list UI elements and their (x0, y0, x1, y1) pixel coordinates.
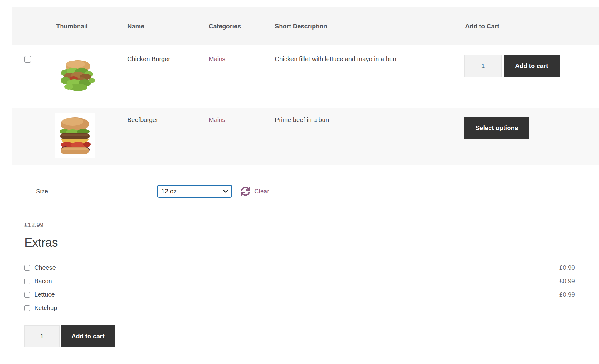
product-name: Beefburger (127, 108, 209, 165)
extra-label: Cheese (34, 264, 56, 271)
row-cart-cell: Select options (464, 108, 599, 165)
extras-list: Cheese £0.99 Bacon £0.99 Lettuce £0.99 K… (0, 261, 599, 315)
extra-option-row: Ketchup (0, 301, 599, 315)
product-description: Chicken fillet with lettuce and mayo in … (275, 45, 464, 108)
row-thumbnail-cell (44, 45, 127, 108)
product-category-cell: Mains (209, 108, 275, 165)
clear-variations-link[interactable]: Clear (241, 187, 269, 196)
refresh-icon (241, 187, 250, 196)
clear-label: Clear (254, 188, 269, 195)
variation-cart-row: Add to cart (24, 325, 599, 347)
extra-price: £0.99 (559, 291, 575, 298)
header-categories: Categories (209, 23, 275, 30)
row-thumbnail-cell (44, 108, 127, 165)
row-select-cell (12, 108, 44, 165)
extra-price: £0.99 (559, 264, 575, 271)
header-add-to-cart: Add to Cart (464, 23, 599, 30)
row-select-cell (12, 45, 44, 108)
extra-option-row: Bacon £0.99 (0, 274, 599, 288)
extra-price: £0.99 (559, 278, 575, 285)
extra-lettuce-checkbox[interactable] (24, 292, 30, 298)
extra-ketchup-checkbox[interactable] (24, 305, 30, 311)
variation-size-row: Size 12 oz Clear (0, 185, 599, 197)
extra-option-row: Cheese £0.99 (0, 261, 599, 274)
row-select-checkbox[interactable] (24, 56, 31, 63)
quantity-input[interactable] (24, 325, 60, 347)
extra-label: Lettuce (34, 291, 55, 298)
extra-cheese-checkbox[interactable] (24, 265, 30, 271)
size-label: Size (36, 188, 157, 195)
size-select[interactable]: 12 oz (157, 185, 232, 197)
product-category-cell: Mains (209, 45, 275, 108)
extra-label: Ketchup (34, 304, 57, 312)
category-link[interactable]: Mains (209, 116, 225, 123)
extras-heading: Extras (24, 236, 599, 250)
header-short-description: Short Description (275, 23, 464, 30)
chicken-burger-image[interactable] (55, 57, 99, 94)
add-to-cart-button[interactable]: Add to cart (504, 55, 560, 77)
header-name: Name (127, 23, 209, 30)
product-table: Thumbnail Name Categories Short Descript… (12, 7, 599, 165)
add-to-cart-button[interactable]: Add to cart (61, 325, 115, 347)
table-row: Beefburger Mains Prime beef in a bun Sel… (12, 108, 599, 165)
extra-label: Bacon (34, 278, 52, 285)
header-thumbnail: Thumbnail (44, 23, 127, 30)
select-options-button[interactable]: Select options (464, 117, 529, 139)
variation-price: £12.99 (24, 221, 599, 229)
product-description: Prime beef in a bun (275, 108, 464, 165)
beefburger-image[interactable] (55, 113, 95, 158)
extra-option-row: Lettuce £0.99 (0, 288, 599, 301)
table-header-row: Thumbnail Name Categories Short Descript… (12, 7, 599, 45)
category-link[interactable]: Mains (209, 56, 225, 62)
extra-bacon-checkbox[interactable] (24, 279, 30, 284)
product-name: Chicken Burger (127, 45, 209, 108)
product-table-page: Thumbnail Name Categories Short Descript… (0, 0, 599, 364)
quantity-input[interactable] (464, 55, 502, 77)
size-select-wrap: 12 oz (157, 185, 232, 197)
row-cart-cell: Add to cart (464, 45, 599, 108)
table-row: Chicken Burger Mains Chicken fillet with… (12, 45, 599, 108)
beefburger-illustration (56, 115, 93, 156)
